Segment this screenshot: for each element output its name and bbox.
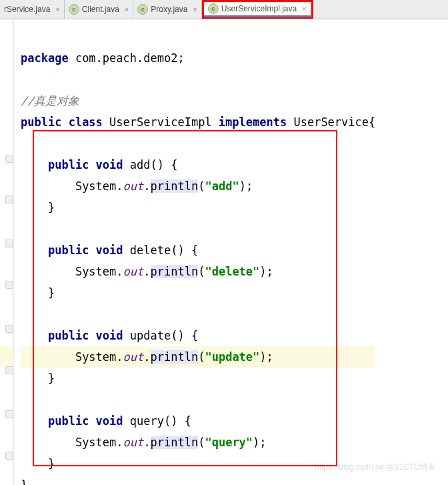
indent (21, 436, 75, 449)
quote: " (253, 350, 259, 364)
str-delete: delete (212, 265, 253, 278)
tab-client[interactable]: c Client.java × (65, 0, 133, 19)
indent (21, 372, 48, 385)
pclose: ) (239, 179, 246, 193)
caret-line: System.out.println("update"); (21, 346, 375, 368)
fold-marker-icon[interactable] (5, 239, 13, 248)
close-icon[interactable]: × (302, 5, 306, 13)
close-brace: } (48, 201, 55, 214)
close-brace: } (48, 457, 55, 470)
out-field: out (123, 350, 144, 364)
close-brace: } (48, 286, 55, 300)
code-editor[interactable]: package com.peach.demo2; //真是对象 public c… (0, 19, 448, 485)
indent (21, 286, 48, 300)
fold-marker-icon[interactable] (5, 452, 13, 460)
package-name: com.peach.demo2 (75, 51, 178, 65)
pclose: ) (253, 436, 259, 449)
semi: ; (259, 436, 266, 449)
pclose: ) (259, 265, 266, 278)
gutter (0, 19, 14, 485)
kw-class: class (69, 115, 109, 129)
method-update: update (130, 329, 171, 342)
interface-name: UserService{ (293, 115, 375, 129)
println-call: println (151, 265, 199, 278)
kw-void: void (96, 329, 130, 342)
close-icon[interactable]: × (55, 5, 59, 13)
tab-label: Proxy.java (151, 5, 187, 14)
quote: " (205, 436, 211, 449)
paren-brace: () { (171, 329, 198, 342)
sys: System. (75, 350, 123, 364)
tab-highlight-box: c UserServiceImpl.java × (202, 0, 313, 19)
out-field: out (123, 179, 144, 193)
kw-public: public (21, 115, 69, 129)
fold-marker-icon[interactable] (5, 155, 13, 163)
tab-label: rService.java (4, 5, 50, 14)
kw-public: public (48, 158, 96, 171)
kw-void: void (96, 414, 130, 428)
kw-public: public (48, 244, 96, 257)
popen: ( (198, 179, 205, 193)
kw-void: void (96, 244, 130, 257)
dot: . (143, 436, 150, 449)
tab-proxy[interactable]: c Proxy.java × (133, 0, 202, 19)
indent (21, 350, 75, 364)
method-add: add (130, 158, 151, 171)
str-add: add (212, 179, 233, 193)
println-call: println (151, 179, 199, 193)
quote: " (205, 350, 211, 364)
close-icon[interactable]: × (193, 5, 197, 13)
method-query: query (130, 414, 164, 428)
kw-void: void (96, 158, 130, 171)
indent (21, 158, 48, 171)
kw-implements: implements (219, 115, 294, 129)
class-icon: c (69, 4, 79, 15)
popen: ( (198, 350, 205, 364)
fold-marker-icon[interactable] (5, 281, 13, 289)
fold-marker-icon[interactable] (5, 410, 13, 418)
pclose: ) (259, 350, 266, 364)
comment-line: //真是对象 (21, 94, 79, 107)
indent (21, 244, 48, 257)
println-call: println (151, 436, 199, 449)
indent (21, 457, 48, 470)
semi: ; (267, 265, 273, 278)
close-brace: } (48, 372, 55, 385)
kw-public: public (48, 329, 96, 342)
quote: " (246, 436, 253, 449)
semi: ; (177, 51, 184, 65)
popen: ( (198, 436, 205, 449)
quote: " (205, 265, 211, 278)
indent (21, 265, 75, 278)
close-icon[interactable]: × (125, 5, 129, 13)
tab-rservice[interactable]: rService.java × (0, 0, 65, 19)
indent (21, 179, 75, 193)
semi: ; (246, 179, 253, 193)
kw-public: public (48, 414, 96, 428)
quote: " (232, 179, 239, 193)
println-call: println (151, 350, 199, 364)
semi: ; (267, 350, 273, 364)
dot: . (143, 350, 150, 364)
popen: ( (198, 265, 205, 278)
kw-package: package (21, 51, 75, 65)
indent (21, 414, 48, 428)
quote: " (205, 179, 211, 193)
sys: System. (75, 179, 123, 193)
paren-brace: () { (151, 158, 178, 171)
editor-tab-bar: rService.java × c Client.java × c Proxy.… (0, 0, 448, 19)
class-name: UserServiceImpl (109, 115, 219, 129)
tab-label: Client.java (82, 5, 119, 14)
class-icon: c (208, 3, 219, 14)
fold-marker-icon[interactable] (5, 195, 13, 203)
dot: . (143, 265, 150, 278)
tab-label: UserServiceImpl.java (221, 4, 297, 13)
fold-marker-icon[interactable] (5, 366, 13, 374)
caret-line-gutter (0, 346, 13, 368)
code-body[interactable]: package com.peach.demo2; //真是对象 public c… (14, 19, 375, 485)
quote: " (253, 265, 259, 278)
fold-marker-icon[interactable] (5, 325, 13, 333)
tab-userserviceimpl[interactable]: c UserServiceImpl.java × (204, 2, 311, 17)
str-update: update (212, 350, 253, 364)
class-icon: c (137, 4, 148, 15)
